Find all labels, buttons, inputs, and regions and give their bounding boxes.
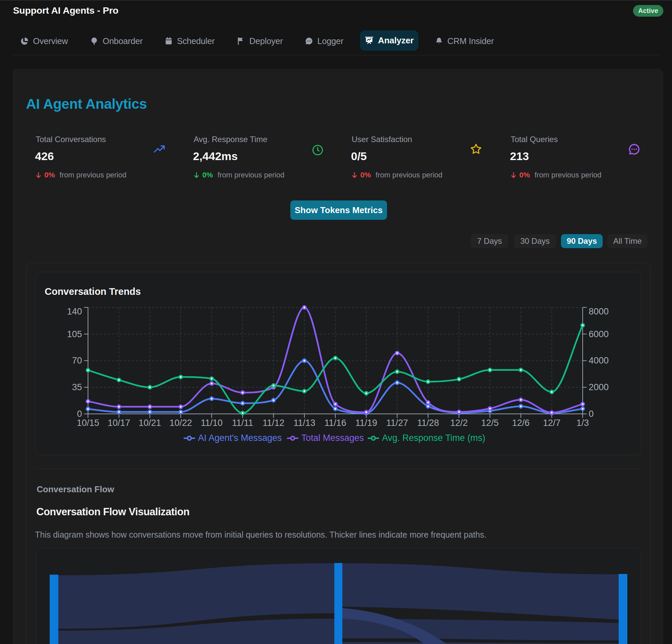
- svg-text:0: 0: [77, 409, 82, 419]
- svg-text:11/27: 11/27: [386, 418, 408, 428]
- svg-text:70: 70: [72, 355, 82, 365]
- svg-text:35: 35: [72, 382, 82, 392]
- svg-text:11/28: 11/28: [417, 418, 439, 428]
- svg-text:11/16: 11/16: [324, 418, 346, 428]
- svg-text:10/22: 10/22: [169, 418, 192, 428]
- svg-text:12/7: 12/7: [543, 418, 561, 428]
- svg-text:11/12: 11/12: [263, 418, 285, 428]
- svg-text:11/10: 11/10: [201, 418, 223, 428]
- svg-text:11/13: 11/13: [293, 418, 315, 428]
- svg-text:1/3: 1/3: [576, 418, 589, 428]
- svg-text:12/6: 12/6: [512, 418, 530, 428]
- svg-text:12/5: 12/5: [481, 418, 499, 428]
- svg-text:11/19: 11/19: [355, 418, 377, 428]
- svg-text:10/17: 10/17: [108, 418, 130, 428]
- svg-text:12/2: 12/2: [450, 418, 468, 428]
- svg-text:0: 0: [589, 409, 594, 419]
- svg-text:105: 105: [67, 329, 82, 339]
- svg-text:11/11: 11/11: [232, 418, 253, 428]
- svg-text:8000: 8000: [589, 306, 609, 316]
- svg-text:10/15: 10/15: [77, 418, 99, 428]
- svg-text:6000: 6000: [589, 329, 609, 339]
- svg-text:4000: 4000: [589, 355, 609, 365]
- svg-text:2000: 2000: [589, 382, 609, 392]
- svg-text:140: 140: [67, 306, 82, 316]
- svg-text:10/21: 10/21: [139, 418, 161, 428]
